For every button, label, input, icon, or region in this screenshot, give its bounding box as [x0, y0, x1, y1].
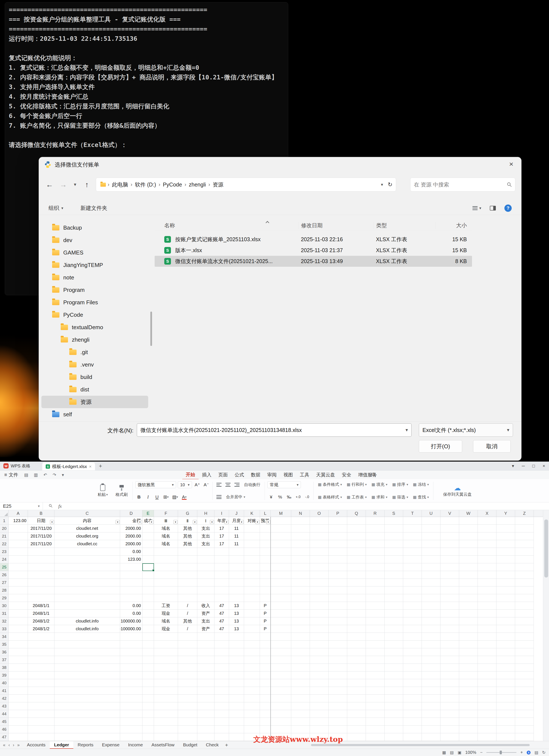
- cell-G39[interactable]: [178, 671, 197, 679]
- cell-F22[interactable]: 域名: [154, 540, 178, 548]
- cell-U44[interactable]: [422, 710, 440, 718]
- cell-J26[interactable]: [229, 571, 244, 579]
- cell-H25[interactable]: [197, 563, 215, 571]
- cell-Z20[interactable]: [515, 525, 534, 532]
- cell-K21[interactable]: [244, 532, 260, 540]
- cell-H36[interactable]: [197, 648, 215, 656]
- cell-G45[interactable]: [178, 718, 197, 726]
- row-header-38[interactable]: 38: [0, 664, 9, 671]
- cell-S40[interactable]: [384, 679, 403, 687]
- cell-W28[interactable]: [459, 586, 478, 594]
- cell-X36[interactable]: [478, 648, 496, 656]
- cell-K32[interactable]: [244, 617, 260, 625]
- cell-C35[interactable]: [55, 641, 120, 648]
- cell-L28[interactable]: [260, 586, 271, 594]
- cell-X21[interactable]: [478, 532, 496, 540]
- cell-J44[interactable]: [229, 710, 244, 718]
- fill-color-button[interactable]: ▨▾: [171, 494, 179, 500]
- cell-F35[interactable]: [154, 641, 178, 648]
- cell-Y1[interactable]: [496, 517, 515, 525]
- normal-view-icon[interactable]: ▦: [442, 750, 446, 755]
- cell-E24[interactable]: [142, 556, 154, 563]
- cell-V23[interactable]: [440, 548, 459, 556]
- cell-N34[interactable]: [291, 633, 310, 641]
- vertical-scrollbar-thumb[interactable]: [544, 520, 548, 577]
- ribbon-button-条件格式[interactable]: ▦条件格式▾: [316, 481, 344, 488]
- row-header-41[interactable]: 41: [0, 687, 9, 695]
- cell-X30[interactable]: [478, 602, 496, 610]
- cell-Y22[interactable]: [496, 540, 515, 548]
- column-header-Z[interactable]: Z: [515, 510, 534, 517]
- tree-item-PyCode[interactable]: PyCode: [41, 309, 148, 321]
- cell-C21[interactable]: cloudlet.org: [55, 532, 120, 540]
- cell-A41[interactable]: [9, 687, 28, 695]
- cell-R21[interactable]: [366, 532, 384, 540]
- status-extra-icon[interactable]: ▤: [534, 750, 538, 755]
- cell-I27[interactable]: [215, 579, 229, 586]
- cell-F1[interactable]: Ⅲ▾: [154, 517, 178, 525]
- cell-Q46[interactable]: [347, 726, 366, 733]
- row-header-43[interactable]: 43: [0, 702, 9, 710]
- cell-T28[interactable]: [403, 586, 422, 594]
- cell-I36[interactable]: [215, 648, 229, 656]
- cancel-button[interactable]: 取消: [473, 440, 511, 453]
- cell-K27[interactable]: [244, 579, 260, 586]
- cell-P45[interactable]: [328, 718, 347, 726]
- cell-Z41[interactable]: [515, 687, 534, 695]
- column-header-size[interactable]: 大小: [435, 222, 472, 229]
- cell-I37[interactable]: [215, 656, 229, 664]
- cell-B41[interactable]: [28, 687, 55, 695]
- borders-button[interactable]: ⊞▾: [162, 494, 170, 500]
- font-name-select[interactable]: 微软雅黑▾: [135, 481, 176, 488]
- ribbon-search-button[interactable]: [371, 472, 376, 479]
- cell-X33[interactable]: [478, 625, 496, 633]
- cell-A45[interactable]: [9, 718, 28, 726]
- cell-S45[interactable]: [384, 718, 403, 726]
- cell-T31[interactable]: [403, 610, 422, 617]
- cell-R29[interactable]: [366, 594, 384, 602]
- tree-item-note[interactable]: note: [41, 271, 148, 284]
- cell-E32[interactable]: [142, 617, 154, 625]
- cell-S39[interactable]: [384, 671, 403, 679]
- ribbon-button-筛选[interactable]: ▦筛选▾: [390, 494, 410, 501]
- cell-R39[interactable]: [366, 671, 384, 679]
- cell-V41[interactable]: [440, 687, 459, 695]
- sheet-tab-Reports[interactable]: Reports: [73, 741, 98, 749]
- cell-I34[interactable]: [215, 633, 229, 641]
- row-header-36[interactable]: 36: [0, 648, 9, 656]
- cell-J45[interactable]: [229, 718, 244, 726]
- cell-N42[interactable]: [291, 695, 310, 702]
- cell-M37[interactable]: [271, 656, 291, 664]
- cell-D20[interactable]: 2000.00: [120, 525, 142, 532]
- cell-W37[interactable]: [459, 656, 478, 664]
- cell-M28[interactable]: [271, 586, 291, 594]
- cell-P20[interactable]: [328, 525, 347, 532]
- cell-E25[interactable]: [142, 563, 154, 571]
- cell-K22[interactable]: [244, 540, 260, 548]
- cell-E31[interactable]: [142, 610, 154, 617]
- cell-B39[interactable]: [28, 671, 55, 679]
- cell-M41[interactable]: [271, 687, 291, 695]
- cell-R42[interactable]: [366, 695, 384, 702]
- preview-pane-icon[interactable]: [490, 206, 496, 211]
- cell-F47[interactable]: [154, 733, 178, 741]
- cell-Y33[interactable]: [496, 625, 515, 633]
- cell-N33[interactable]: [291, 625, 310, 633]
- cell-F29[interactable]: [154, 594, 178, 602]
- cell-I1[interactable]: 年度▾: [215, 517, 229, 525]
- tree-item-dist[interactable]: dist: [41, 383, 148, 396]
- cell-H46[interactable]: [197, 726, 215, 733]
- cell-M42[interactable]: [271, 695, 291, 702]
- cell-V27[interactable]: [440, 579, 459, 586]
- cell-Z35[interactable]: [515, 641, 534, 648]
- cell-V36[interactable]: [440, 648, 459, 656]
- cell-Q22[interactable]: [347, 540, 366, 548]
- cell-J22[interactable]: 11: [229, 540, 244, 548]
- cell-D34[interactable]: [120, 633, 142, 641]
- cell-I20[interactable]: 17: [215, 525, 229, 532]
- cell-Y47[interactable]: [496, 733, 515, 741]
- cell-J33[interactable]: 13: [229, 625, 244, 633]
- cell-I44[interactable]: [215, 710, 229, 718]
- cell-A24[interactable]: [9, 556, 28, 563]
- cell-X23[interactable]: [478, 548, 496, 556]
